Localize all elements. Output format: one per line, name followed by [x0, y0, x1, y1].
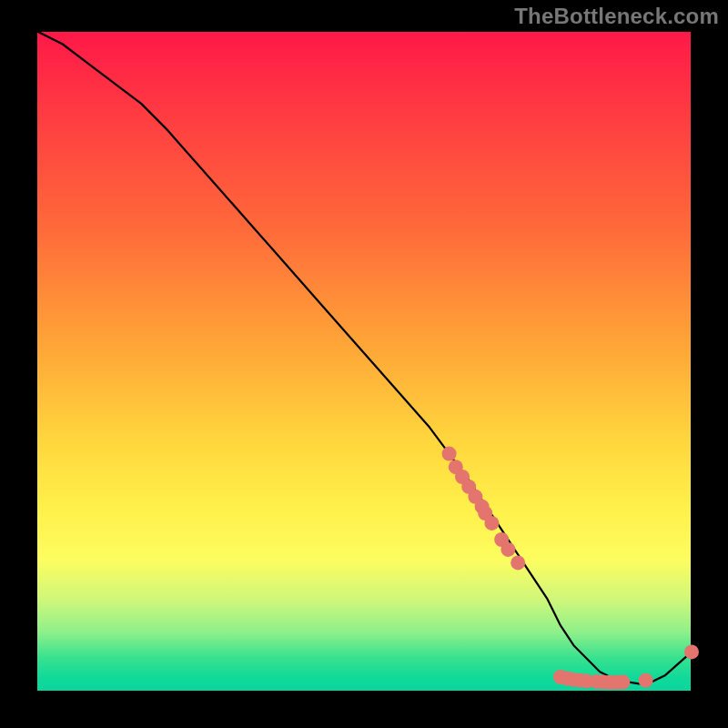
data-point: [511, 555, 525, 570]
data-point: [442, 447, 457, 461]
data-point: [500, 542, 515, 557]
attribution-label: TheBottleneck.com: [514, 4, 719, 29]
data-point: [484, 516, 499, 531]
chart-frame: TheBottleneck.com: [0, 0, 728, 728]
chart-svg: [36, 31, 692, 692]
data-point: [615, 675, 630, 690]
data-point: [684, 644, 699, 659]
highlighted-points-group: [442, 447, 699, 690]
data-point: [639, 673, 653, 688]
bottleneck-curve: [36, 31, 692, 683]
plot-area: [36, 31, 692, 692]
